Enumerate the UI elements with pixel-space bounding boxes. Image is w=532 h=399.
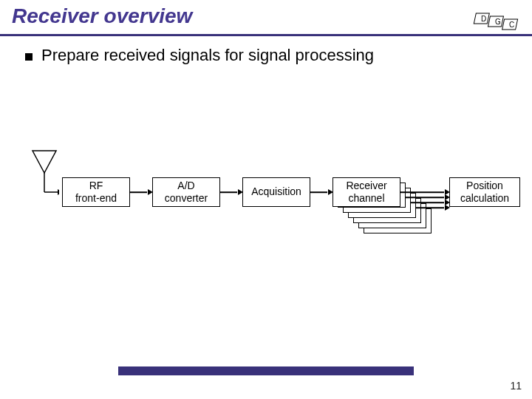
block-position-calculation: Position calculation (449, 177, 520, 207)
slide: Receiver overview Prepare received signa… (0, 0, 532, 399)
antenna-icon (30, 148, 59, 200)
page-number: 11 (510, 380, 522, 392)
footer-bar (118, 366, 414, 375)
bullet-icon (25, 53, 33, 61)
block-receiver-channel: Receiver channel (332, 177, 400, 207)
bullet-text: Prepare received signals for signal proc… (41, 46, 374, 65)
logo-glyph-2: C (509, 21, 514, 29)
logo-icon: D G C (461, 7, 523, 37)
bullet-row: Prepare received signals for signal proc… (25, 46, 374, 65)
block-acquisition: Acquisition (242, 177, 310, 207)
logo-glyph-0: D (481, 15, 486, 23)
logo-glyph-1: G (495, 18, 501, 26)
block-ad-converter: A/D converter (152, 177, 220, 207)
slide-title: Receiver overview (12, 4, 192, 28)
title-underline (0, 34, 532, 36)
svg-marker-5 (58, 189, 59, 195)
block-rf-frontend: RF front-end (62, 177, 130, 207)
